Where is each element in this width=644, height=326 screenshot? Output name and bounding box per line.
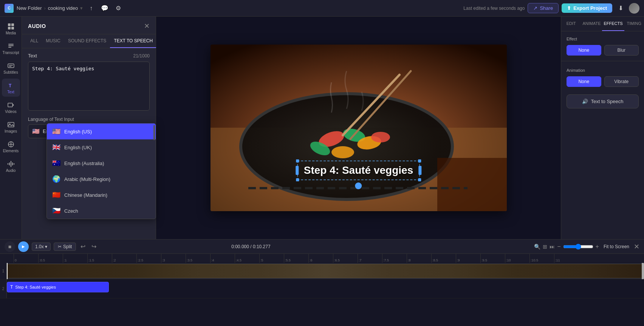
tab-sound-effects[interactable]: SOUND EFFECTS xyxy=(64,34,110,48)
share-button[interactable]: ↗ Share xyxy=(528,3,559,13)
fit-tracks-button[interactable]: ⊞ xyxy=(543,244,547,250)
video-track-bar[interactable] xyxy=(7,264,644,278)
tab-edit[interactable]: EDIT xyxy=(561,17,581,31)
comments-button[interactable]: 💬 xyxy=(99,3,110,14)
animation-buttons: None Vibrate xyxy=(567,76,639,87)
lang-option-czech[interactable]: 🇨🇿 Czech xyxy=(47,203,156,219)
ruler-6-5: :6.5 xyxy=(333,254,358,263)
track-number-2: 2 xyxy=(0,280,7,298)
fit-screen-button[interactable]: Fit to Screen xyxy=(601,243,632,250)
sidebar-label-transcript: Transcript xyxy=(2,51,19,55)
effect-none-button[interactable]: None xyxy=(567,45,601,56)
sidebar-item-media[interactable]: Media xyxy=(2,20,20,38)
anim-none-button[interactable]: None xyxy=(567,76,601,87)
effect-buttons: None Blur xyxy=(567,45,639,56)
lang-option-english-au[interactable]: 🇦🇺 English (Australia) xyxy=(47,155,156,171)
timeline-tracks: 1 2 T Step 4: Sauté veggies xyxy=(0,263,644,326)
speed-button[interactable]: 1.0x ▾ xyxy=(32,243,51,251)
clip-right-handle[interactable] xyxy=(642,263,644,279)
svg-rect-30 xyxy=(437,158,507,211)
project-name[interactable]: cooking video xyxy=(48,5,78,11)
lang-name-english-au: English (Australia) xyxy=(64,161,104,166)
play-pause-button[interactable]: ▶ xyxy=(18,241,29,252)
lang-option-english-us[interactable]: 🇺🇸 English (US) xyxy=(47,124,156,139)
effect-blur-button[interactable]: Blur xyxy=(604,45,639,56)
lang-option-chinese[interactable]: 🇨🇳 Chinese (Mandarin) xyxy=(47,187,156,203)
text-track-icon: T xyxy=(10,284,13,290)
svg-rect-1 xyxy=(11,23,14,26)
undo-button[interactable]: ↩ xyxy=(79,242,87,251)
svg-rect-7 xyxy=(8,64,14,68)
export-button[interactable]: ⬆ Export Project xyxy=(562,3,612,13)
tab-effects[interactable]: EFFECTS xyxy=(602,17,624,31)
lang-name-czech: Czech xyxy=(64,208,78,214)
track-content-2[interactable]: T Step 4: Sauté veggies xyxy=(7,280,644,298)
sidebar-item-audio[interactable]: Audio xyxy=(2,157,20,175)
flag-uk: 🇬🇧 xyxy=(52,143,60,151)
tab-music[interactable]: MUSIC xyxy=(42,34,64,48)
svg-rect-13 xyxy=(8,122,14,127)
export-icon: ⬆ xyxy=(567,5,571,11)
effect-section-title: Effect xyxy=(567,37,639,41)
timeline-ruler: 0 :0.5 :1 :1.5 :2 :2.5 :3 :3.5 :4 :4.5 :… xyxy=(0,254,644,263)
ruler-1: :1 xyxy=(63,254,87,263)
ruler-0-5: :0.5 xyxy=(38,254,63,263)
tab-tts[interactable]: TEXT TO SPEECH xyxy=(110,34,156,48)
close-timeline-button[interactable]: ✕ xyxy=(634,243,639,251)
track-playhead[interactable] xyxy=(7,263,8,279)
lang-name-arabic: Arabic (Multi-Region) xyxy=(64,176,110,182)
track-2: 2 T Step 4: Sauté veggies xyxy=(0,280,644,298)
sidebar-label-text: Text xyxy=(7,90,14,94)
redo-button[interactable]: ↪ xyxy=(90,242,98,251)
zoom-slider[interactable] xyxy=(563,244,593,250)
svg-rect-2 xyxy=(8,27,11,29)
breadcrumb-sep: › xyxy=(44,5,45,11)
play-button[interactable]: ■ xyxy=(5,241,15,252)
ruler-9-5: :9.5 xyxy=(480,254,505,263)
lang-option-arabic[interactable]: 🌍 Arabic (Multi-Region) xyxy=(47,171,156,187)
zoom-out-button[interactable]: 🔍 xyxy=(534,244,540,250)
sidebar-item-elements[interactable]: Elements xyxy=(2,138,20,156)
sidebar-label-subtitles: Subtitles xyxy=(3,70,18,74)
sidebar-item-text[interactable]: T Text xyxy=(2,79,20,97)
sidebar-item-images[interactable]: Images xyxy=(2,118,20,136)
effect-section: Effect None Blur xyxy=(561,31,644,59)
flag-cz: 🇨🇿 xyxy=(52,207,60,215)
sidebar: Media Transcript Subtitles T Text Videos… xyxy=(0,17,22,239)
sidebar-item-transcript[interactable]: Transcript xyxy=(2,39,20,57)
video-frame: Step 4: Sauté veggies xyxy=(211,45,507,211)
language-label: Language of Text Input xyxy=(28,117,150,122)
ruler-7: :7 xyxy=(358,254,382,263)
animation-section-title: Animation xyxy=(567,68,639,73)
lang-option-english-uk[interactable]: 🇬🇧 English (UK) xyxy=(47,139,156,155)
sidebar-item-subtitles[interactable]: Subtitles xyxy=(2,59,20,77)
anim-vibrate-button[interactable]: Vibrate xyxy=(604,76,639,87)
right-panel-tabs: EDIT ANIMATE EFFECTS TIMING xyxy=(561,17,644,31)
split-button[interactable]: ✂ Split xyxy=(54,243,76,251)
ruler-10-5: :10.5 xyxy=(529,254,554,263)
dropdown-arrow: ▾ xyxy=(80,5,83,11)
tab-all[interactable]: ALL xyxy=(26,34,42,48)
time-display: 0:00.000 / 0:10.277 xyxy=(231,244,270,249)
upload-button[interactable]: ↑ xyxy=(86,3,96,14)
ruler-3: :3 xyxy=(161,254,186,263)
folder-name[interactable]: New Folder xyxy=(17,5,42,11)
ruler-9: :9 xyxy=(456,254,480,263)
text-track-item[interactable]: T Step 4: Sauté veggies xyxy=(7,282,109,292)
preview-area: Step 4: Sauté veggies xyxy=(156,17,561,239)
zoom-in-button[interactable]: + xyxy=(596,243,599,250)
sidebar-item-videos[interactable]: Videos xyxy=(2,98,20,116)
text-to-speech-button[interactable]: 🔊 Text to Speech xyxy=(567,94,639,108)
tab-timing[interactable]: TIMING xyxy=(624,17,644,31)
close-panel-button[interactable]: ✕ xyxy=(144,22,150,30)
dropdown-scrollbar[interactable] xyxy=(153,125,155,140)
settings-icon[interactable]: ⚙ xyxy=(113,3,124,14)
download-button[interactable]: ⬇ xyxy=(615,3,626,14)
tab-animate[interactable]: ANIMATE xyxy=(581,17,602,31)
track-1: 1 xyxy=(0,263,644,280)
zoom-out-btn2[interactable]: − xyxy=(557,243,560,250)
skip-end-button[interactable]: ⏭ xyxy=(550,244,555,250)
last-edited-label: Last edited a few seconds ago xyxy=(463,6,525,11)
track-content-1[interactable] xyxy=(7,263,644,279)
text-input[interactable]: Step 4: Sauté veggies xyxy=(28,62,150,111)
